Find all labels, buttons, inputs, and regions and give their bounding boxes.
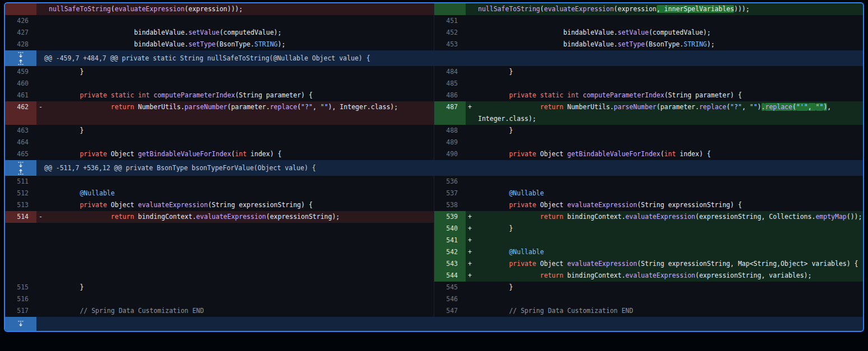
new-line-number[interactable]: 453 <box>434 39 466 50</box>
new-line-number[interactable]: 537 <box>434 188 466 199</box>
code-token: STRING <box>254 40 278 48</box>
old-code-text: return NumberUtils.parseNumber(parameter… <box>49 101 434 113</box>
new-code-cell: } <box>466 125 863 137</box>
code-token: evaluateExpression <box>544 5 614 13</box>
hunk-header: @@ -511,7 +536,12 @@ private BsonType bs… <box>36 160 863 176</box>
old-line-number[interactable]: 462 <box>5 101 36 125</box>
old-line-number[interactable]: 427 <box>5 27 36 39</box>
new-code-text: } <box>478 66 863 78</box>
new-code-text: private Object getBindableValueForIndex(… <box>478 148 863 160</box>
diff-line-row: 544+ return bindingContext.evaluateExpre… <box>5 270 863 282</box>
code-token: return <box>540 103 564 111</box>
old-code-cell <box>36 137 434 148</box>
new-line-number[interactable]: 486 <box>434 90 466 101</box>
diff-container: nullSafeToString(evaluateExpression(expr… <box>4 2 864 332</box>
new-line-number[interactable]: 484 <box>434 66 466 78</box>
expand-down-button[interactable] <box>5 317 36 330</box>
code-token: replace <box>699 103 726 111</box>
old-line-number[interactable]: 460 <box>5 78 36 90</box>
old-line-number[interactable]: 426 <box>5 15 36 27</box>
code-token: Object <box>536 201 567 209</box>
expand-down-button[interactable] <box>5 161 36 168</box>
new-line-number[interactable]: 547 <box>434 305 466 317</box>
code-token: evaluateExpression <box>625 272 695 279</box>
code-token: (expressionString, Collections. <box>695 213 816 221</box>
new-line-number[interactable]: 543 <box>434 258 466 270</box>
old-line-number <box>5 246 36 258</box>
new-line-number[interactable]: 452 <box>434 27 466 39</box>
code-token: "" <box>750 103 758 111</box>
new-line-number[interactable]: 489 <box>434 137 466 148</box>
expander-cell <box>5 317 36 331</box>
diff-marker: - <box>39 211 49 223</box>
new-line-number[interactable]: 538 <box>434 199 466 211</box>
new-code-cell: // Spring Data Customization END <box>466 305 863 317</box>
code-token: } <box>49 68 83 76</box>
old-line-number[interactable]: 465 <box>5 148 36 160</box>
new-line-number[interactable]: 490 <box>434 148 466 160</box>
old-code-text <box>49 258 434 270</box>
old-line-number[interactable]: 463 <box>5 125 36 137</box>
code-token: (BsonType. <box>216 40 254 48</box>
code-token <box>49 91 80 99</box>
new-line-number[interactable]: 545 <box>434 282 466 293</box>
old-line-number[interactable] <box>5 3 36 15</box>
old-line-number[interactable]: 517 <box>5 305 36 317</box>
new-line-number[interactable] <box>434 3 466 15</box>
new-line-number[interactable]: 485 <box>434 78 466 90</box>
expand-up-button[interactable] <box>5 168 36 175</box>
old-line-number[interactable]: 461 <box>5 90 36 101</box>
old-line-number[interactable]: 464 <box>5 137 36 148</box>
new-code-cell: + @Nullable <box>466 246 863 258</box>
old-code-text: } <box>49 66 434 78</box>
old-line-number[interactable]: 512 <box>5 188 36 199</box>
old-code-text <box>49 293 434 305</box>
diff-line-row: 516546 <box>5 293 863 305</box>
new-code-text <box>478 15 863 27</box>
diff-line-row: 427 bindableValue.setValue(computedValue… <box>5 27 863 39</box>
new-line-number[interactable]: 544 <box>434 270 466 282</box>
new-line-number[interactable]: 487 <box>434 101 466 125</box>
new-line-number[interactable]: 451 <box>434 15 466 27</box>
code-token: bindableValue. <box>49 40 188 48</box>
new-line-number[interactable]: 541 <box>434 235 466 246</box>
old-line-number[interactable]: 516 <box>5 293 36 305</box>
expand-up-button[interactable] <box>5 58 36 65</box>
old-code-text: @Nullable <box>49 188 434 199</box>
old-line-number[interactable]: 513 <box>5 199 36 211</box>
new-code-text: } <box>478 125 863 137</box>
old-code-text: nullSafeToString(evaluateExpression(expr… <box>49 3 434 15</box>
code-token: bindingContext. <box>134 213 196 221</box>
code-token: static <box>540 91 564 99</box>
code-token <box>49 103 111 111</box>
old-code-text: private static int computeParameterIndex… <box>49 90 434 101</box>
word-highlight: , <box>808 103 816 111</box>
code-token <box>49 213 111 221</box>
new-line-number[interactable]: 488 <box>434 125 466 137</box>
new-line-number[interactable]: 546 <box>434 293 466 305</box>
new-code-cell: } <box>466 282 863 293</box>
old-code-cell: } <box>36 66 434 78</box>
old-code-cell: } <box>36 125 434 137</box>
code-token: "?" <box>301 103 313 111</box>
old-code-cell: @Nullable <box>36 188 434 199</box>
old-code-text: private Object evaluateExpression(String… <box>49 199 434 211</box>
old-line-number[interactable]: 515 <box>5 282 36 293</box>
code-token: } <box>478 127 513 134</box>
old-line-number[interactable]: 428 <box>5 39 36 50</box>
old-code-cell <box>36 293 434 305</box>
expand-down-button[interactable] <box>5 51 36 58</box>
new-code-text: bindableValue.setValue(computedValue); <box>478 27 863 39</box>
diff-marker: + <box>468 258 478 270</box>
new-line-number[interactable]: 540 <box>434 223 466 235</box>
old-line-number[interactable]: 511 <box>5 176 36 188</box>
old-line-number[interactable]: 459 <box>5 66 36 78</box>
new-line-number[interactable]: 542 <box>434 246 466 258</box>
diff-line-row: 541+ <box>5 235 863 246</box>
code-token: "?" <box>730 103 742 111</box>
new-line-number[interactable]: 539 <box>434 211 466 223</box>
old-line-number[interactable]: 514 <box>5 211 36 223</box>
new-code-text <box>478 137 863 148</box>
new-line-number[interactable]: 536 <box>434 176 466 188</box>
old-code-cell: bindableValue.setType(BsonType.STRING); <box>36 39 434 50</box>
